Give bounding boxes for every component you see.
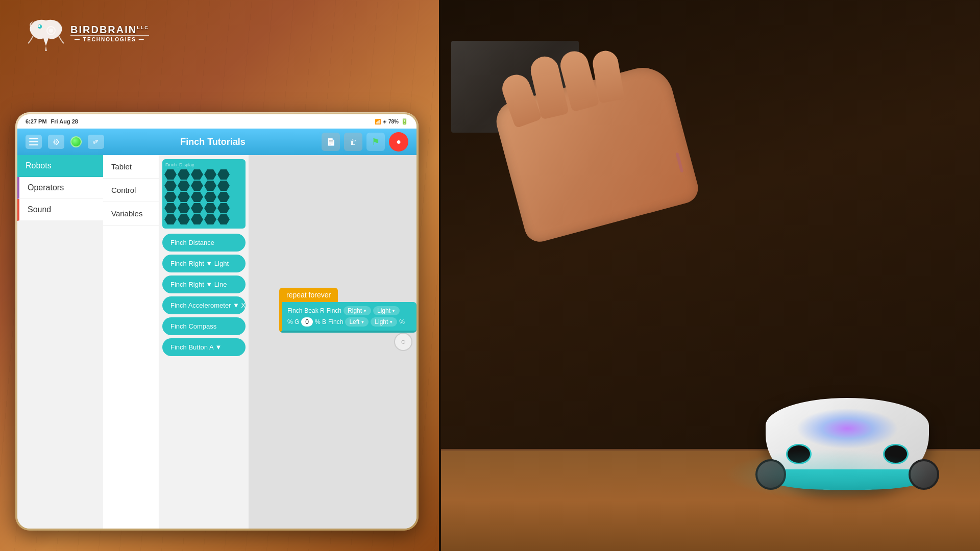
hex-cell — [178, 214, 190, 224]
wifi-icon: 📶 — [375, 119, 381, 124]
main-content: Robots Operators Sound Tablet Contro — [17, 155, 416, 529]
logo-technologies-text: — TECHNOLOGIES — — [70, 35, 149, 42]
sidebar-item-operators[interactable]: Operators — [17, 177, 103, 199]
finch-accelerometer-button[interactable]: Finch Accelerometer ▼ X ▼ — [162, 296, 246, 314]
robots-label: Robots — [26, 161, 52, 170]
workspace-area: Finch_Display — [159, 155, 416, 529]
hex-grid — [164, 169, 243, 224]
finch-right-light-label: Finch Right ▼ Light — [170, 260, 229, 267]
hex-cell — [191, 214, 203, 224]
hamburger-icon — [28, 137, 40, 147]
finch-compass-button[interactable]: Finch Compass — [162, 317, 246, 335]
app-title: Finch Tutorials — [180, 137, 246, 147]
block-beak-r: Beak R — [304, 307, 324, 314]
finch-right-line-button[interactable]: Finch Right ▼ Line — [162, 276, 246, 293]
finch-button-button[interactable]: Finch Button A ▼ — [162, 338, 246, 356]
hand-area — [467, 41, 722, 235]
category-sidebar: Robots Operators Sound — [17, 155, 103, 529]
trash-icon: 🗑 — [350, 138, 357, 146]
block-percent-g: % G — [287, 318, 299, 325]
hex-cell — [217, 203, 230, 213]
finch-accelerometer-label: Finch Accelerometer ▼ X ▼ — [170, 302, 249, 309]
block-finch-1: Finch — [287, 307, 302, 314]
logo-birdbrain-text: BIRDBRAINLLC — [70, 24, 149, 35]
hand-palm — [492, 61, 702, 245]
hex-cell — [191, 169, 203, 180]
hex-cell — [204, 192, 216, 202]
submenu-item-tablet[interactable]: Tablet — [103, 155, 159, 179]
run-button[interactable]: ⚑ — [366, 133, 385, 151]
connection-status-dot[interactable] — [70, 136, 82, 147]
hex-cell — [217, 192, 230, 202]
submenu-item-control[interactable]: Control — [103, 179, 159, 202]
stop-record-icon: ● — [396, 137, 401, 146]
svg-point-1 — [38, 25, 40, 27]
stop-button[interactable]: ● — [389, 132, 408, 152]
workspace-canvas[interactable]: repeat forever Finch Beak R Finch Right … — [249, 155, 416, 529]
block-percent-b: % B — [315, 318, 326, 325]
finch-compass-label: Finch Compass — [170, 322, 216, 330]
hex-cell — [164, 214, 177, 224]
nav-bar: ⚙ ✏ Finch Tutorials 📄 🗑 — [17, 129, 416, 155]
repeat-label: repeat forever — [286, 291, 331, 299]
right-panel — [441, 0, 980, 551]
hex-cell — [164, 203, 177, 213]
gear-button[interactable]: ⚙ — [48, 135, 64, 149]
hex-row-1 — [164, 169, 243, 180]
hex-row-3 — [164, 192, 243, 202]
finch-display-label: Finch_Display — [164, 162, 243, 167]
hex-cell — [204, 203, 216, 213]
birdbrain-label: BIRDBRAIN — [70, 24, 137, 35]
battery-icon: 🔋 — [401, 118, 408, 125]
finch-right-line-label: Finch Right ▼ Line — [170, 281, 227, 288]
submenu-item-variables[interactable]: Variables — [103, 202, 159, 226]
repeat-forever-block[interactable]: repeat forever — [279, 288, 338, 302]
home-icon: ○ — [401, 337, 406, 346]
edit-button[interactable]: ✏ — [88, 135, 104, 149]
status-time-date: 6:27 PM Fri Aug 28 — [26, 118, 78, 124]
logo-text: BIRDBRAINLLC — TECHNOLOGIES — — [70, 24, 149, 42]
block-left-dropdown[interactable]: Left ▼ — [345, 317, 369, 327]
status-icons: 📶 ◈ 78% 🔋 — [375, 118, 408, 125]
led-floor-glow — [725, 449, 929, 500]
nav-left-icons: ⚙ ✏ — [26, 135, 104, 149]
code-block-container: repeat forever Finch Beak R Finch Right … — [279, 288, 416, 333]
hex-cell — [204, 169, 216, 180]
home-button[interactable]: ○ — [394, 333, 412, 351]
hex-cell — [164, 169, 177, 180]
hex-cell — [217, 169, 230, 180]
block-light-dropdown-1[interactable]: Light ▼ — [373, 306, 400, 315]
status-time: 6:27 PM — [26, 118, 47, 124]
hex-cell — [164, 181, 177, 191]
battery-percent: 78% — [388, 119, 399, 124]
hex-row-4 — [164, 203, 243, 213]
document-button[interactable]: 📄 — [322, 133, 340, 151]
inner-code-block[interactable]: Finch Beak R Finch Right ▼ Light ▼ % G 0… — [279, 302, 416, 333]
hex-row-2 — [164, 181, 243, 191]
trash-button[interactable]: 🗑 — [344, 133, 362, 151]
ring-accent — [675, 153, 683, 173]
finch-distance-button[interactable]: Finch Distance — [162, 234, 246, 252]
hex-cell — [178, 192, 190, 202]
finch-display-block[interactable]: Finch_Display — [162, 159, 246, 229]
variables-label: Variables — [111, 209, 142, 218]
sidebar-item-robots[interactable]: Robots — [17, 155, 103, 177]
block-percent: % — [399, 318, 405, 325]
sidebar-item-sound[interactable]: Sound — [17, 199, 103, 221]
tablet-frame: 6:27 PM Fri Aug 28 📶 ◈ 78% 🔋 — [15, 112, 419, 531]
status-date: Fri Aug 28 — [51, 118, 78, 124]
svg-point-3 — [49, 29, 53, 33]
finch-button-label: Finch Button A ▼ — [170, 343, 222, 351]
logo-container: BIRDBRAINLLC — TECHNOLOGIES — — [26, 15, 149, 51]
block-finch-2: Finch — [327, 307, 341, 314]
block-right-dropdown[interactable]: Right ▼ — [344, 306, 371, 315]
tablet-label: Tablet — [111, 162, 132, 171]
logo-area: BIRDBRAINLLC — TECHNOLOGIES — — [26, 15, 149, 51]
finch-right-light-button[interactable]: Finch Right ▼ Light — [162, 255, 246, 272]
finch-distance-label: Finch Distance — [170, 239, 214, 246]
hex-cell — [204, 214, 216, 224]
hex-cell — [178, 169, 190, 180]
menu-button[interactable] — [26, 135, 42, 149]
block-light-dropdown-2[interactable]: Light ▼ — [371, 317, 397, 327]
block-value-input[interactable]: 0 — [301, 317, 313, 327]
